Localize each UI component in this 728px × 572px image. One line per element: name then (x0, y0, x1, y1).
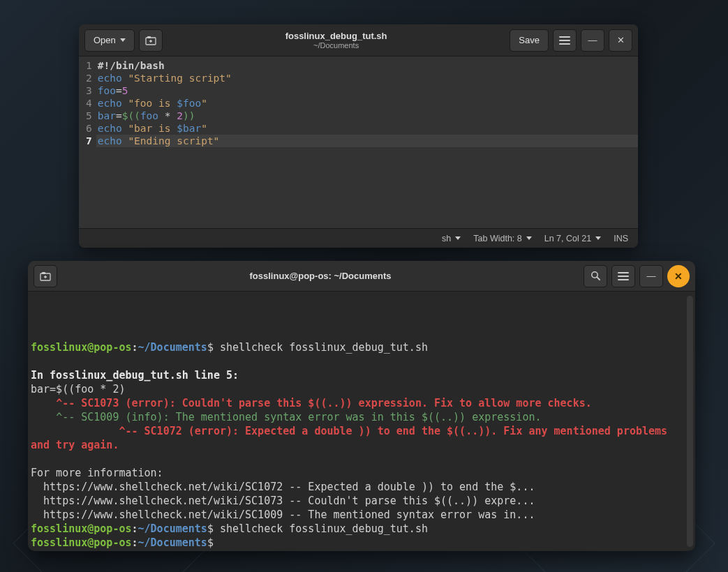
code-line[interactable]: echo "foo is $foo" (96, 97, 638, 110)
scrollbar[interactable] (687, 296, 693, 547)
terminal-close-button[interactable]: ✕ (667, 265, 690, 287)
terminal-window: fosslinux@pop-os: ~/Documents — ✕ fossli… (28, 261, 695, 551)
editor-headerbar: Open fosslinux_debug_tut.sh ~/Documents … (79, 24, 638, 57)
terminal-line: ^-- SC1072 (error): Expected a double ))… (31, 424, 688, 452)
editor-title: fosslinux_debug_tut.sh (167, 31, 506, 41)
search-button[interactable] (584, 265, 607, 287)
line-number: 6 (86, 122, 92, 135)
close-icon: ✕ (617, 35, 625, 45)
terminal-menu-button[interactable] (611, 265, 635, 287)
save-button[interactable]: Save (510, 29, 549, 52)
svg-line-9 (597, 277, 600, 280)
line-number: 5 (86, 110, 92, 122)
editor-subtitle: ~/Documents (167, 41, 506, 50)
status-insert-mode[interactable]: INS (614, 234, 628, 243)
new-tab-icon (145, 36, 156, 45)
search-icon (590, 271, 601, 281)
line-number-gutter: 1234567 (79, 57, 96, 228)
code-line[interactable]: #!/bin/bash (96, 59, 638, 72)
save-button-label: Save (519, 35, 540, 45)
terminal-line: fosslinux@pop-os:~/Documents$ shellcheck… (31, 340, 688, 354)
terminal-title: fosslinux@pop-os: ~/Documents (61, 271, 579, 281)
line-number: 2 (86, 72, 92, 84)
code-content[interactable]: #!/bin/bashecho "Starting script"foo=5ec… (96, 57, 638, 228)
svg-rect-5 (42, 272, 45, 274)
terminal-line: For more information: (31, 466, 688, 480)
code-line[interactable]: echo "Starting script" (96, 72, 638, 84)
editor-statusbar: sh Tab Width: 8 Ln 7, Col 21 INS (79, 228, 638, 248)
code-area[interactable]: 1234567 #!/bin/bashecho "Starting script… (79, 57, 638, 228)
editor-title-block: fosslinux_debug_tut.sh ~/Documents (167, 31, 506, 50)
chevron-down-icon (455, 236, 461, 240)
chevron-down-icon (595, 236, 601, 240)
editor-window: Open fosslinux_debug_tut.sh ~/Documents … (79, 24, 638, 248)
terminal-line: fosslinux@pop-os:~/Documents$ shellcheck… (31, 522, 688, 536)
hamburger-menu-button[interactable] (553, 29, 577, 52)
line-number: 7 (86, 135, 92, 147)
chevron-down-icon (526, 236, 532, 240)
line-number: 1 (86, 59, 92, 72)
open-button-label: Open (94, 35, 116, 45)
code-line[interactable]: foo=5 (96, 84, 638, 97)
close-button[interactable]: ✕ (609, 29, 632, 52)
terminal-line: ^-- SC1073 (error): Couldn't parse this … (31, 396, 688, 410)
new-tab-icon (40, 271, 51, 281)
new-terminal-tab-button[interactable] (34, 265, 57, 287)
line-number: 4 (86, 97, 92, 110)
terminal-line: https://www.shellcheck.net/wiki/SC1073 -… (31, 494, 688, 508)
terminal-body[interactable]: fosslinux@pop-os:~/Documents$ shellcheck… (28, 292, 695, 551)
close-icon: ✕ (674, 271, 683, 282)
chevron-down-icon (120, 38, 126, 42)
minimize-icon: — (588, 35, 597, 45)
terminal-line: https://www.shellcheck.net/wiki/SC1072 -… (31, 480, 688, 494)
terminal-line (31, 354, 688, 368)
code-line[interactable]: echo "Ending script" (96, 135, 638, 147)
terminal-line (31, 452, 688, 466)
line-number: 3 (86, 84, 92, 97)
new-tab-button[interactable] (139, 29, 163, 52)
minimize-icon: — (647, 271, 656, 281)
terminal-headerbar: fosslinux@pop-os: ~/Documents — ✕ (28, 261, 695, 292)
terminal-line: In fosslinux_debug_tut.sh line 5: (31, 368, 688, 382)
terminal-line: ^-- SC1009 (info): The mentioned syntax … (31, 410, 688, 424)
status-tab-width[interactable]: Tab Width: 8 (473, 234, 531, 243)
terminal-line: https://www.shellcheck.net/wiki/SC1009 -… (31, 508, 688, 522)
terminal-minimize-button[interactable]: — (639, 265, 663, 287)
status-cursor-position[interactable]: Ln 7, Col 21 (544, 234, 601, 243)
minimize-button[interactable]: — (581, 29, 604, 52)
code-line[interactable]: bar=$((foo * 2)) (96, 110, 638, 122)
code-line[interactable]: echo "bar is $bar" (96, 122, 638, 135)
svg-rect-1 (147, 36, 151, 38)
terminal-line: fosslinux@pop-os:~/Documents$ (31, 536, 688, 550)
open-button[interactable]: Open (84, 29, 135, 52)
hamburger-icon (559, 36, 570, 45)
status-language[interactable]: sh (442, 234, 461, 243)
terminal-line: bar=$((foo * 2) (31, 382, 688, 396)
hamburger-icon (618, 272, 629, 280)
